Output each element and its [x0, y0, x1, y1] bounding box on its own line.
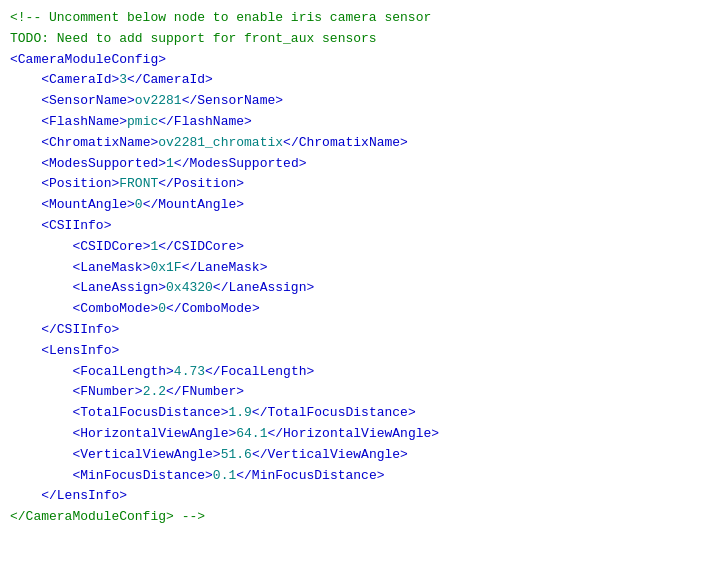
- code-line: <!-- Uncomment below node to enable iris…: [10, 8, 697, 29]
- code-line: <FNumber>2.2</FNumber>: [10, 382, 697, 403]
- code-line: <ChromatixName>ov2281_chromatix</Chromat…: [10, 133, 697, 154]
- code-container: <!-- Uncomment below node to enable iris…: [0, 0, 707, 585]
- code-line: TODO: Need to add support for front_aux …: [10, 29, 697, 50]
- code-lines: <!-- Uncomment below node to enable iris…: [10, 8, 697, 528]
- code-line: </CSIInfo>: [10, 320, 697, 341]
- code-line: </LensInfo>: [10, 486, 697, 507]
- code-line: <FlashName>pmic</FlashName>: [10, 112, 697, 133]
- code-line: <TotalFocusDistance>1.9</TotalFocusDista…: [10, 403, 697, 424]
- code-line: <ModesSupported>1</ModesSupported>: [10, 154, 697, 175]
- code-line: <FocalLength>4.73</FocalLength>: [10, 362, 697, 383]
- code-line: <MinFocusDistance>0.1</MinFocusDistance>: [10, 466, 697, 487]
- code-line: <Position>FRONT</Position>: [10, 174, 697, 195]
- code-line: <CSIInfo>: [10, 216, 697, 237]
- code-line: <LaneMask>0x1F</LaneMask>: [10, 258, 697, 279]
- code-line: <SensorName>ov2281</SensorName>: [10, 91, 697, 112]
- code-line: <CameraModuleConfig>: [10, 50, 697, 71]
- code-line: <VerticalViewAngle>51.6</VerticalViewAng…: [10, 445, 697, 466]
- code-line: <CSIDCore>1</CSIDCore>: [10, 237, 697, 258]
- code-line: <MountAngle>0</MountAngle>: [10, 195, 697, 216]
- code-line: <CameraId>3</CameraId>: [10, 70, 697, 91]
- code-line: <LensInfo>: [10, 341, 697, 362]
- code-line: <HorizontalViewAngle>64.1</HorizontalVie…: [10, 424, 697, 445]
- code-line: <LaneAssign>0x4320</LaneAssign>: [10, 278, 697, 299]
- code-line: </CameraModuleConfig> -->: [10, 507, 697, 528]
- code-line: <ComboMode>0</ComboMode>: [10, 299, 697, 320]
